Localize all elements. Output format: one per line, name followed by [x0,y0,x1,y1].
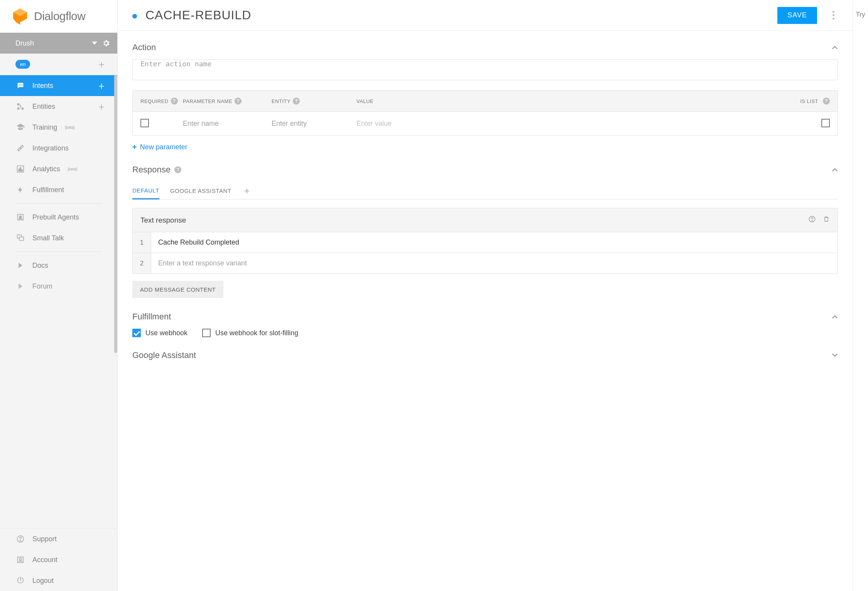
chevron-right-icon [15,281,25,291]
brand-text: Dialogflow [34,10,85,23]
sidebar-item-analytics[interactable]: Analytics [new] [0,159,117,179]
text-response-header: Text response [133,208,838,232]
logout-icon [15,576,25,586]
sidebar-item-smalltalk[interactable]: Small Talk [0,228,117,248]
help-icon[interactable]: ? [235,98,241,105]
account-icon [15,555,25,565]
try-label: Try [856,11,865,19]
save-button[interactable]: SAVE [777,7,817,24]
use-webhook-slot-checkbox[interactable] [202,329,211,337]
trash-icon[interactable] [823,215,830,225]
prebuilt-icon [15,212,25,222]
google-assistant-section-header[interactable]: Google Assistant [132,350,838,360]
sidebar-item-label: Entities [32,103,55,111]
svg-point-3 [20,84,21,85]
new-parameter-button[interactable]: + New parameter [132,143,838,152]
fulfillment-options: Use webhook Use webhook for slot-filling [132,329,838,337]
sidebar-item-logout[interactable]: Logout [0,570,117,591]
chevron-down-icon [832,353,838,357]
sidebar-item-fulfillment[interactable]: Fulfillment [0,179,117,200]
help-icon[interactable]: ? [171,98,178,105]
fulfillment-section-header[interactable]: Fulfillment [132,312,838,322]
scrollbar-thumb[interactable] [114,75,117,353]
section-title: Action [132,42,156,52]
content: Action REQUIRED? PARAMETER NAME? ENTITY?… [118,31,853,591]
text-response-input[interactable] [158,258,831,269]
sidebar-item-label: Support [32,535,57,543]
chevron-up-icon [832,315,838,319]
response-section-header[interactable]: Response ? [132,165,838,175]
agent-selector[interactable]: Drush [0,33,117,54]
nav: Intents ＋ Entities ＋ Training [beta] Int… [0,75,117,528]
required-checkbox[interactable] [140,119,149,127]
sidebar: Dialogflow Drush en ＋ Intents ＋ Entities… [0,0,118,591]
plus-icon: + [132,143,137,152]
smalltalk-icon [15,233,25,243]
sidebar-bottom: Support Account Logout [0,528,117,591]
param-entity-input[interactable] [272,118,356,129]
section-title: Response [132,165,171,175]
svg-point-2 [19,84,20,85]
sidebar-item-training[interactable]: Training [beta] [0,117,117,138]
sidebar-item-account[interactable]: Account [0,549,117,570]
sidebar-item-label: Small Talk [32,234,64,242]
islist-checkbox[interactable] [821,119,830,127]
param-value-input[interactable] [356,118,437,129]
sidebar-item-label: Forum [32,282,52,290]
sidebar-item-intents[interactable]: Intents ＋ [0,75,117,96]
sidebar-item-label: Logout [32,577,54,585]
sidebar-item-label: Intents [32,82,53,90]
new-parameter-label: New parameter [140,143,187,151]
fulfillment-icon [15,185,25,195]
tab-default[interactable]: DEFAULT [132,182,159,199]
add-entity-icon[interactable]: ＋ [96,100,106,113]
svg-point-15 [19,216,22,218]
sidebar-item-forum[interactable]: Forum [0,276,117,297]
tab-google-assistant[interactable]: GOOGLE ASSISTANT [170,182,231,199]
use-webhook-checkbox[interactable] [132,329,141,337]
svg-rect-6 [22,108,24,110]
help-icon[interactable]: ? [823,98,830,105]
intent-title[interactable]: CACHE-REBUILD [145,8,251,22]
help-icon[interactable]: ? [293,98,300,105]
more-menu-icon[interactable] [826,11,841,20]
agent-name: Drush [15,39,87,47]
section-title: Fulfillment [132,312,171,322]
text-response-input[interactable] [158,237,831,248]
header: CACHE-REBUILD SAVE [118,0,853,31]
sidebar-item-label: Analytics [32,165,60,173]
action-section-header[interactable]: Action [132,42,838,52]
use-webhook-slot-option[interactable]: Use webhook for slot-filling [202,329,298,337]
parameter-row [133,111,838,135]
sidebar-item-prebuilt[interactable]: Prebuilt Agents [0,207,117,228]
sidebar-item-integrations[interactable]: Integrations [0,138,117,159]
sidebar-item-label: Account [32,556,57,564]
add-language-icon[interactable]: ＋ [96,57,106,71]
param-name-input[interactable] [183,118,272,129]
col-value: VALUE [356,98,373,104]
text-response-card: Text response 1 2 [132,208,838,274]
language-pill[interactable]: en [15,60,30,69]
status-dot-icon [132,14,137,19]
support-icon [15,534,25,544]
badge-new: [new] [68,167,77,171]
help-icon[interactable] [808,215,816,225]
gear-icon[interactable] [102,39,110,47]
col-paramname: PARAMETER NAME [183,98,232,104]
sidebar-item-support[interactable]: Support [0,529,117,549]
add-response-tab-icon[interactable]: ＋ [242,184,252,197]
chevron-up-icon [832,168,838,172]
add-message-content-button[interactable]: ADD MESSAGE CONTENT [132,281,223,298]
row-number: 2 [133,253,151,274]
separator [15,203,102,204]
use-webhook-option[interactable]: Use webhook [132,329,187,337]
sidebar-item-label: Prebuilt Agents [32,213,79,221]
sidebar-item-entities[interactable]: Entities ＋ [0,96,117,117]
add-intent-icon[interactable]: ＋ [96,79,106,93]
action-name-input[interactable] [132,59,838,80]
sidebar-item-label: Training [32,123,57,132]
sidebar-item-docs[interactable]: Docs [0,255,117,276]
try-panel[interactable]: Try [853,0,868,591]
svg-rect-5 [17,103,20,106]
help-icon[interactable]: ? [174,166,181,173]
